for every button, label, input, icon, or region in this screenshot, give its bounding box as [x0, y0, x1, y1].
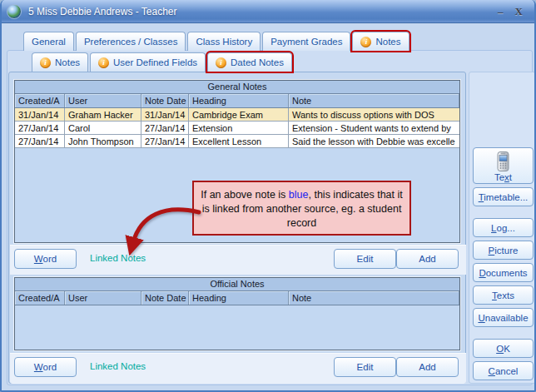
- info-icon: i: [98, 57, 109, 68]
- subtab-dated-notes[interactable]: i Dated Notes: [207, 52, 292, 72]
- column-header-heading[interactable]: Heading: [189, 94, 289, 107]
- official-notes-table-title: Official Notes: [15, 278, 459, 291]
- table-row[interactable]: 27/Jan/14 John Thompson 27/Jan/14 Excell…: [15, 135, 459, 148]
- side-button-column: Text Timetable... Log... Picture Documen…: [473, 147, 534, 384]
- minimize-icon[interactable]: –: [498, 6, 504, 17]
- mobile-phone-icon: [497, 151, 509, 171]
- tab-payment-grades[interactable]: Payment Grades: [262, 32, 350, 51]
- close-icon[interactable]: X: [515, 6, 523, 17]
- tab-preferences-classes[interactable]: Preferences / Classes: [76, 32, 186, 51]
- tab-notes[interactable]: i Notes: [352, 32, 409, 51]
- table-row-selected[interactable]: 31/Jan/14 Graham Hacker 31/Jan/14 Cambri…: [15, 108, 459, 122]
- add-button[interactable]: Add: [396, 249, 459, 269]
- log-button[interactable]: Log...: [473, 218, 534, 237]
- sub-tab-bar: i Notes i User Defined Fields i Dated No…: [32, 52, 292, 72]
- main-tab-bar: General Preferences / Classes Class Hist…: [23, 32, 409, 51]
- globe-app-icon: [7, 4, 22, 19]
- official-notes-header-row: Created/A User Note Date Heading Note: [15, 291, 459, 305]
- linked-notes-link[interactable]: Linked Notes: [90, 253, 146, 263]
- column-header-user[interactable]: User: [65, 291, 141, 305]
- table-row[interactable]: 27/Jan/14 Carol 27/Jan/14 Extension Exte…: [15, 122, 459, 135]
- column-header-user[interactable]: User: [65, 94, 141, 107]
- add-button[interactable]: Add: [396, 357, 459, 377]
- text-button[interactable]: Text: [473, 147, 534, 184]
- cancel-button[interactable]: Cancel: [473, 361, 534, 380]
- dated-notes-page: General Notes Created/A User Note Date H…: [8, 72, 466, 384]
- blue-word: blue: [289, 189, 309, 201]
- documents-button[interactable]: Documents: [473, 263, 534, 282]
- edit-button[interactable]: Edit: [334, 249, 396, 269]
- tab-class-history[interactable]: Class History: [187, 32, 261, 51]
- info-icon: i: [40, 57, 51, 68]
- word-button[interactable]: Word: [14, 249, 77, 269]
- info-icon: i: [360, 37, 371, 47]
- official-notes-action-strip: Word Linked Notes Edit Add: [10, 353, 466, 384]
- column-header-note[interactable]: Note: [289, 94, 459, 107]
- general-notes-table-title: General Notes: [15, 81, 459, 94]
- info-icon: i: [216, 57, 226, 68]
- title-bar[interactable]: 5 Miss Debbie Andrews - Teacher – X: [0, 0, 536, 23]
- timetable-button[interactable]: Timetable...: [473, 187, 534, 206]
- subtab-user-defined-fields[interactable]: i User Defined Fields: [90, 52, 206, 72]
- column-header-created[interactable]: Created/A: [15, 291, 65, 305]
- column-header-note[interactable]: Note: [289, 291, 459, 305]
- official-notes-table: Official Notes Created/A User Note Date …: [14, 277, 460, 350]
- general-notes-header-row: Created/A User Note Date Heading Note: [15, 94, 459, 108]
- unavailable-button[interactable]: Unavailable: [473, 308, 534, 327]
- edit-button[interactable]: Edit: [334, 357, 396, 377]
- tab-general[interactable]: General: [23, 32, 74, 51]
- column-header-note-date[interactable]: Note Date: [141, 291, 189, 305]
- annotation-callout: If an above note is blue, this indicates…: [192, 181, 411, 236]
- texts-button[interactable]: Texts: [473, 285, 534, 305]
- window-title: 5 Miss Debbie Andrews - Teacher: [28, 6, 177, 17]
- column-header-note-date[interactable]: Note Date: [141, 94, 189, 107]
- picture-button[interactable]: Picture: [473, 241, 534, 260]
- word-button[interactable]: Word: [14, 357, 77, 377]
- general-notes-action-strip: Word Linked Notes Edit Add: [10, 245, 466, 275]
- teacher-record-dialog: 5 Miss Debbie Andrews - Teacher – X Gene…: [0, 0, 536, 392]
- column-header-created[interactable]: Created/A: [15, 94, 65, 107]
- linked-notes-link[interactable]: Linked Notes: [90, 361, 146, 371]
- ok-button[interactable]: OK: [473, 339, 534, 358]
- subtab-notes[interactable]: i Notes: [32, 52, 88, 72]
- column-header-heading[interactable]: Heading: [189, 291, 289, 305]
